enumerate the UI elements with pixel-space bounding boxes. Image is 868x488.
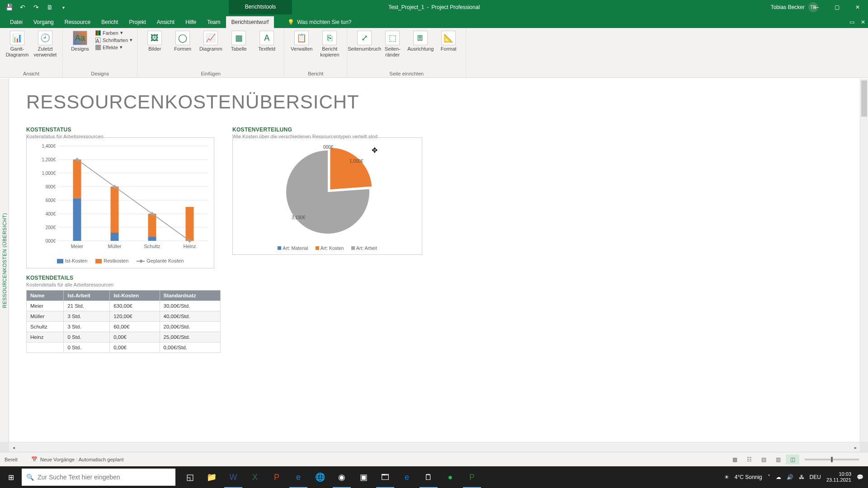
vertical-scrollbar[interactable] [860, 79, 868, 442]
app-icon-2[interactable]: 🗔 [374, 466, 396, 488]
powerpoint-icon[interactable]: P [266, 466, 288, 488]
close-button[interactable]: ✕ [847, 0, 868, 14]
designs-button[interactable]: AaDesigns [67, 30, 93, 53]
table-button[interactable]: ▦Tabelle [226, 30, 251, 53]
recent-button[interactable]: 🕘Zuletzt verwendet [33, 30, 58, 58]
minimize-button[interactable]: — [806, 0, 826, 14]
copy-report-button[interactable]: ⎘Bericht kopieren [317, 30, 342, 58]
notifications-icon[interactable]: 💬 [857, 474, 863, 480]
tab-projekt[interactable]: Projekt [123, 16, 151, 28]
table-row[interactable]: Müller3 Std.120,00€40,00€/Std. [27, 311, 221, 322]
tab-bericht[interactable]: Bericht [96, 16, 123, 28]
kostenstatus-chart[interactable]: MeierMüllerSchultzHeinz 000€200€400€600€… [26, 137, 214, 268]
taskbar-search[interactable]: 🔍 Zur Suche Text hier eingeben [22, 469, 175, 486]
excel-icon[interactable]: X [244, 466, 266, 488]
kostendetails-table[interactable]: Name Ist-Arbeit Ist-Kosten Standardsatz … [26, 290, 221, 353]
gantt-diagram-button[interactable]: 📊Gantt-Diagramm [5, 30, 30, 58]
doc-icon[interactable]: 🗎 [44, 2, 55, 13]
tab-hilfe[interactable]: Hilfe [180, 16, 202, 28]
weather-text[interactable]: 4°C Sonnig [735, 474, 762, 480]
margins-button[interactable]: ⬚Seiten-ränder [380, 30, 405, 58]
document-name: Test_Project_1 [388, 4, 424, 10]
title-bar: 💾 ↶ ↷ 🗎 ▾ Berichtstools Test_Project_1 -… [0, 0, 868, 14]
task-view-icon[interactable]: ◱ [179, 466, 201, 488]
horizontal-scrollbar[interactable]: ◂▸ [9, 442, 860, 452]
word-icon[interactable]: W [222, 466, 244, 488]
fonts-button[interactable]: ASchriftarten ▾ [95, 37, 132, 43]
effects-button[interactable]: Effekte ▾ [95, 44, 132, 50]
table-row[interactable]: Meier21 Std.630,00€30,00€/Std. [27, 301, 221, 311]
textbox-button[interactable]: ATextfeld [254, 30, 279, 53]
qat-more-icon[interactable]: ▾ [58, 2, 69, 13]
tab-ressource[interactable]: Ressource [59, 16, 96, 28]
chrome-icon[interactable]: 🌐 [309, 466, 331, 488]
report-page[interactable]: RESSOURCENKOSTENÜBERSICHT KOSTENSTATUS K… [9, 79, 860, 442]
shapes-button[interactable]: ◯Formen [170, 30, 195, 53]
tell-me-search[interactable]: 💡 Was möchten Sie tun? [288, 19, 351, 28]
pagebreak-button[interactable]: ⤢Seitenumbruch [352, 30, 377, 53]
section-kostendetails-sub: Kostendetails für alle Arbeitsressourcen [26, 282, 113, 287]
undo-icon[interactable]: ↶ [17, 2, 28, 13]
explorer-icon[interactable]: 📁 [201, 466, 222, 488]
redo-icon[interactable]: ↷ [31, 2, 42, 13]
table-row[interactable]: Schultz3 Std.60,00€20,00€/Std. [27, 322, 221, 332]
save-icon[interactable]: 💾 [4, 2, 14, 13]
format-button[interactable]: 📐Format [436, 30, 461, 53]
spotify-icon[interactable]: ● [439, 466, 461, 488]
obs-icon[interactable]: ◉ [331, 466, 353, 488]
svg-rect-15 [186, 207, 194, 241]
onedrive-icon[interactable]: ☁ [776, 474, 781, 480]
svg-text:000€: 000€ [323, 145, 334, 150]
table-row[interactable]: Heinz0 Std.0,00€25,00€/Std. [27, 332, 221, 343]
project-icon[interactable]: P [461, 466, 483, 488]
ribbon-tabs: Datei Vorgang Ressource Bericht Projekt … [0, 14, 868, 28]
language-indicator[interactable]: DEU [810, 474, 821, 480]
group-label-ansicht: Ansicht [5, 70, 58, 76]
table-row[interactable]: 0 Std.0,00€0,00€/Std. [27, 343, 221, 353]
view-btn-1[interactable]: ▦ [728, 455, 741, 465]
tab-datei[interactable]: Datei [5, 16, 28, 28]
svg-text:000€: 000€ [46, 239, 56, 244]
app-icon-1[interactable]: ▣ [353, 466, 374, 488]
group-label-seite: Seite einrichten [352, 70, 461, 76]
bar-chart-legend: Ist-Kosten Restkosten Geplante Kosten [27, 258, 214, 263]
colors-button[interactable]: Farben ▾ [95, 30, 132, 36]
taskbar-clock[interactable]: 10:0323.11.2021 [826, 471, 851, 483]
view-btn-5[interactable]: ◫ [786, 455, 799, 465]
start-button[interactable]: ⊞ [0, 466, 22, 488]
zoom-slider[interactable] [805, 459, 859, 460]
pie-chart-legend: Art: Material Art: Kosten Art: Arbeit [233, 245, 422, 251]
kostenverteilung-chart[interactable]: 000€1,000€3,190€ Art: Material Art: Kost… [232, 137, 422, 255]
weather-icon[interactable]: ☀ [724, 474, 729, 480]
user-name[interactable]: Tobias Becker [771, 4, 805, 10]
edge-legacy-icon[interactable]: e [288, 466, 309, 488]
svg-text:1,000€: 1,000€ [42, 171, 56, 176]
manage-button[interactable]: 📋Verwalten [289, 30, 314, 53]
ribbon-close-icon[interactable]: ✕ [861, 19, 865, 25]
col-name: Name [27, 291, 64, 301]
images-button[interactable]: 🖼Bilder [142, 30, 167, 53]
tray-chevron-icon[interactable]: ˄ [768, 474, 770, 480]
tab-vorgang[interactable]: Vorgang [28, 16, 59, 28]
tab-ansicht[interactable]: Ansicht [151, 16, 180, 28]
ribbon-options-icon[interactable]: ▭ [849, 19, 854, 25]
view-btn-2[interactable]: ☷ [742, 455, 756, 465]
tab-berichtsentwurf[interactable]: Berichtsentwurf [226, 16, 274, 28]
edge-icon[interactable]: e [396, 466, 418, 488]
notepad-icon[interactable]: 🗒 [418, 466, 439, 488]
windows-taskbar: ⊞ 🔍 Zur Suche Text hier eingeben ◱ 📁 W X… [0, 466, 868, 488]
network-icon[interactable]: 🖧 [799, 474, 804, 480]
svg-text:1,000€: 1,000€ [349, 159, 363, 164]
report-title[interactable]: RESSOURCENKOSTENÜBERSICHT [9, 79, 860, 117]
view-btn-4[interactable]: ▥ [771, 455, 785, 465]
col-ist-kosten: Ist-Kosten [110, 291, 160, 301]
maximize-button[interactable]: ▢ [826, 0, 847, 14]
volume-icon[interactable]: 🔊 [787, 474, 793, 480]
tab-team[interactable]: Team [202, 16, 226, 28]
chart-button[interactable]: 📈Diagramm [198, 30, 223, 53]
side-label[interactable]: RESSOURCENKOSTEN (ÜBERSICHT) [0, 79, 9, 442]
orientation-button[interactable]: 🗏Ausrichtung [408, 30, 433, 53]
col-standardsatz: Standardsatz [160, 291, 220, 301]
group-label-einfuegen: Einfügen [142, 70, 279, 76]
view-btn-3[interactable]: ▤ [757, 455, 770, 465]
